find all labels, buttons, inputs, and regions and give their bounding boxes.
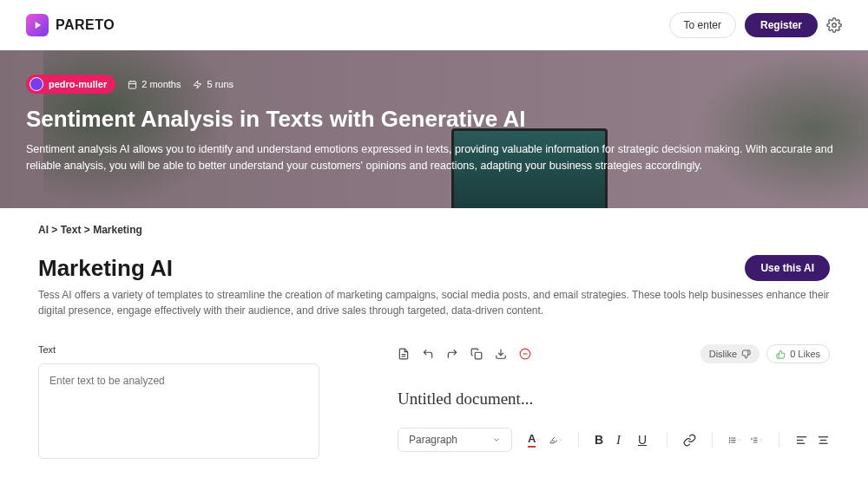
runs-icon [193, 80, 202, 89]
chevron-down-icon [737, 436, 741, 443]
link-button[interactable] [683, 434, 696, 447]
author-name: pedro-muller [49, 79, 107, 89]
text-input[interactable] [38, 363, 319, 459]
align-left-button[interactable] [795, 434, 808, 447]
chevron-down-icon [759, 436, 763, 443]
svg-point-15 [729, 440, 730, 441]
header: PARETO To enter Register [0, 0, 868, 50]
bullet-list-button[interactable] [728, 434, 741, 447]
copy-icon[interactable] [470, 348, 483, 360]
hero-title: Sentiment Analysis in Texts with Generat… [26, 106, 842, 133]
header-actions: To enter Register [669, 12, 842, 38]
format-toolbar: Paragraph A B I U [398, 428, 830, 452]
hero-meta: pedro-muller 2 months 5 runs [26, 75, 842, 94]
likes-button[interactable]: 0 Likes [766, 344, 830, 363]
align-center-button[interactable] [817, 434, 830, 447]
block-type-select[interactable]: Paragraph [398, 428, 512, 452]
redo-icon[interactable] [446, 348, 458, 360]
enter-button[interactable]: To enter [669, 12, 736, 38]
input-panel: Text [38, 344, 319, 462]
bold-button[interactable]: B [595, 434, 608, 447]
document-title[interactable]: Untitled document... [398, 389, 830, 409]
runs-meta: 5 runs [193, 79, 233, 89]
avatar [30, 77, 43, 91]
logo-icon [26, 14, 49, 36]
highlight-button[interactable] [549, 434, 562, 447]
svg-rect-7 [475, 352, 482, 359]
section-title: Marketing AI [38, 255, 173, 282]
chevron-down-icon [536, 436, 541, 443]
chevron-down-icon [492, 435, 501, 444]
chevron-down-icon [558, 436, 562, 443]
thumbs-down-icon [741, 350, 751, 359]
calendar-icon [128, 80, 137, 89]
svg-rect-1 [129, 81, 136, 88]
text-field-label: Text [38, 344, 319, 355]
doc-actions [398, 348, 531, 360]
breadcrumb[interactable]: AI > Text > Marketing [38, 224, 830, 236]
hero-banner: pedro-muller 2 months 5 runs Sentiment A… [0, 50, 868, 208]
numbered-list-button[interactable] [750, 434, 763, 447]
hero-description: Sentiment analysis AI allows you to iden… [26, 141, 842, 174]
logo[interactable]: PARETO [26, 14, 115, 36]
gear-icon[interactable] [826, 17, 842, 33]
author-badge[interactable]: pedro-muller [26, 75, 115, 94]
undo-icon[interactable] [422, 348, 434, 360]
svg-point-0 [832, 23, 837, 28]
thumbs-up-icon [776, 350, 786, 359]
download-icon[interactable] [495, 348, 507, 360]
svg-point-16 [729, 441, 730, 442]
svg-point-14 [729, 437, 730, 438]
underline-button[interactable]: U [638, 434, 651, 447]
italic-button[interactable]: I [616, 434, 629, 447]
section-description: Tess AI offers a variety of templates to… [38, 287, 830, 318]
register-button[interactable]: Register [745, 13, 818, 37]
age-meta: 2 months [128, 79, 181, 89]
document-icon[interactable] [398, 348, 410, 360]
use-ai-button[interactable]: Use this AI [745, 255, 830, 281]
text-color-button[interactable]: A [528, 434, 541, 447]
editor-panel: Dislike 0 Likes Untitled document... Par… [398, 344, 830, 462]
delete-icon[interactable] [519, 348, 531, 360]
dislike-button[interactable]: Dislike [700, 344, 760, 363]
logo-text: PARETO [56, 17, 115, 33]
